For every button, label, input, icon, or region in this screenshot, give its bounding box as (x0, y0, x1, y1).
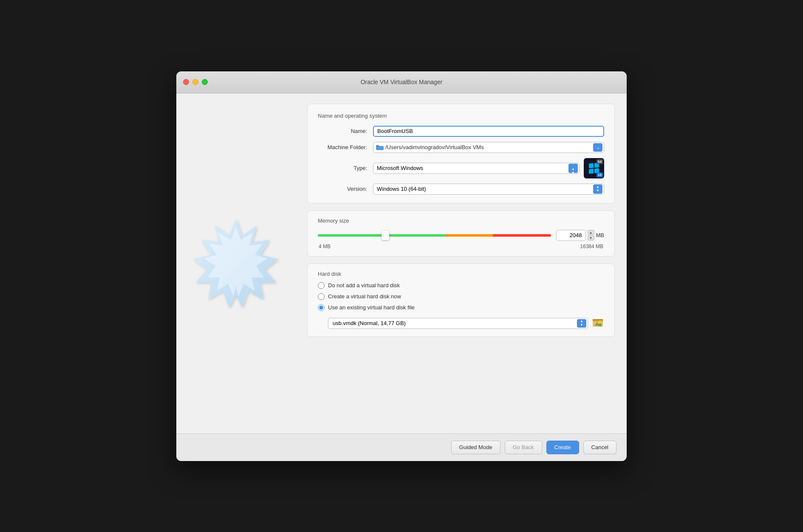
memory-slider-thumb[interactable] (382, 231, 389, 240)
machine-folder-select[interactable]: /Users/vadimvinogradov/VirtualBox VMs (373, 142, 604, 153)
window-controls (183, 79, 208, 85)
hd-option2-radio[interactable] (318, 293, 325, 300)
memory-slider-row: ▲ ▼ MB (318, 229, 604, 242)
name-os-title: Name and operating system (318, 113, 604, 119)
go-back-button[interactable]: Go Back (505, 441, 542, 454)
titlebar: Oracle VM VirtualBox Manager (176, 71, 627, 93)
version-select[interactable]: Windows 10 (64-bit) (373, 184, 604, 195)
version-label: Version: (318, 186, 373, 192)
hard-disk-radio-group: Do not add a virtual hard disk Create a … (318, 282, 604, 311)
disk-select-wrapper: usb.vmdk (Normal, 14,77 GB) ▲ ▼ (328, 318, 588, 329)
machine-folder-row: Machine Folder: /Users/vadimvinogradov/V… (318, 142, 604, 153)
memory-max-label: 16384 MB (580, 243, 603, 249)
svg-rect-6 (593, 319, 603, 320)
name-row: Name: (318, 126, 604, 137)
type-select-wrapper: Microsoft Windows ▲ ▼ (373, 163, 580, 174)
hard-disk-title: Hard disk (318, 271, 604, 277)
name-input[interactable] (373, 126, 604, 137)
hd-option1-radio[interactable] (318, 282, 325, 289)
arch-badge: 64 (597, 159, 603, 164)
maximize-button[interactable] (202, 79, 208, 85)
machine-folder-label: Machine Folder: (318, 144, 373, 150)
memory-unit-label: MB (596, 232, 605, 238)
window-body: Name and operating system Name: Machine … (176, 93, 627, 433)
disk-image-icon (592, 317, 604, 329)
memory-section: Memory size ▲ ▼ MB (307, 210, 615, 257)
type-label: Type: (318, 165, 373, 171)
disk-image-button[interactable] (591, 317, 604, 330)
hd-option3-radio[interactable] (318, 304, 325, 311)
type-row: Type: Microsoft Windows ▲ ▼ (318, 158, 604, 178)
bottom-bar: Guided Mode Go Back Create Cancel (176, 433, 627, 461)
name-os-section: Name and operating system Name: Machine … (307, 104, 615, 204)
close-button[interactable] (183, 79, 189, 85)
cancel-button[interactable]: Cancel (583, 441, 616, 454)
disk-selector-row: usb.vmdk (Normal, 14,77 GB) ▲ ▼ (328, 317, 604, 330)
memory-range-row: 4 MB 16384 MB (318, 243, 604, 249)
hd-option1-label: Do not add a virtual hard disk (328, 282, 400, 289)
minimize-button[interactable] (192, 79, 198, 85)
memory-slider-container (318, 229, 551, 242)
win-badge: 10 (597, 173, 603, 177)
machine-folder-wrapper: /Users/vadimvinogradov/VirtualBox VMs ⌄ (373, 142, 604, 153)
logo-area (176, 93, 295, 433)
memory-value-input[interactable] (556, 230, 586, 241)
memory-spin-down[interactable]: ▼ (588, 235, 594, 241)
name-label: Name: (318, 128, 373, 134)
version-select-wrapper: Windows 10 (64-bit) ▲ ▼ (373, 184, 604, 195)
guided-mode-button[interactable]: Guided Mode (451, 441, 500, 454)
main-window: Oracle VM VirtualBox Manager (176, 71, 627, 461)
hd-option1-row: Do not add a virtual hard disk (318, 282, 604, 289)
memory-min-label: 4 MB (319, 243, 331, 249)
hd-option2-row: Create a virtual hard disk now (318, 293, 604, 300)
disk-file-select[interactable]: usb.vmdk (Normal, 14,77 GB) (328, 318, 588, 329)
type-select[interactable]: Microsoft Windows (373, 163, 580, 174)
version-row: Version: Windows 10 (64-bit) ▲ ▼ (318, 184, 604, 195)
hd-option2-label: Create a virtual hard disk now (328, 293, 401, 300)
hard-disk-section: Hard disk Do not add a virtual hard disk… (307, 263, 615, 337)
os-icon: 10 64 (584, 158, 604, 178)
starburst-icon (189, 217, 283, 310)
memory-spin-up[interactable]: ▲ (588, 230, 594, 235)
memory-slider-track (318, 234, 551, 237)
main-content: Name and operating system Name: Machine … (295, 93, 627, 433)
hd-option3-label: Use an existing virtual hard disk file (328, 304, 415, 311)
memory-input-group: ▲ ▼ MB (556, 230, 605, 241)
memory-spinner: ▲ ▼ (588, 230, 594, 241)
window-title: Oracle VM VirtualBox Manager (361, 79, 443, 85)
memory-title: Memory size (318, 218, 604, 224)
create-button[interactable]: Create (546, 441, 579, 454)
svg-point-9 (599, 320, 601, 323)
hd-option3-row: Use an existing virtual hard disk file (318, 304, 604, 311)
